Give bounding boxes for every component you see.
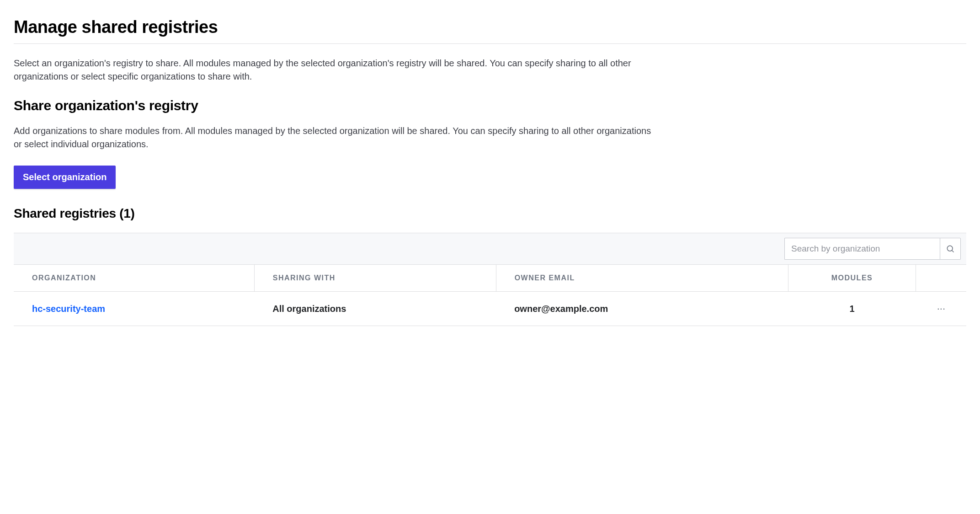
organization-link[interactable]: hc-security-team (32, 304, 105, 314)
select-organization-button[interactable]: Select organization (14, 166, 116, 189)
search-button[interactable] (940, 238, 961, 260)
page-title: Manage shared registries (14, 17, 966, 37)
table-row: hc-security-team All organizations owner… (14, 292, 966, 326)
shared-registries-table-wrap: ORGANIZATION SHARING WITH OWNER EMAIL MO… (14, 233, 966, 326)
page-intro: Select an organization's registry to sha… (14, 57, 654, 83)
row-actions-button[interactable]: ··· (934, 302, 948, 316)
modules-cell: 1 (788, 292, 916, 326)
search-icon (946, 244, 955, 253)
column-header-actions (916, 265, 966, 292)
share-section-title: Share organization's registry (14, 98, 966, 113)
shared-registries-title: Shared registries (1) (14, 206, 966, 221)
column-header-owner-email: OWNER EMAIL (496, 265, 788, 292)
search-input[interactable] (784, 238, 940, 260)
share-section-description: Add organizations to share modules from.… (14, 124, 654, 151)
column-header-sharing-with: SHARING WITH (254, 265, 496, 292)
title-divider (14, 43, 966, 44)
shared-registries-table: ORGANIZATION SHARING WITH OWNER EMAIL MO… (14, 265, 966, 326)
svg-point-0 (947, 246, 953, 251)
owner-email-cell: owner@example.com (496, 292, 788, 326)
column-header-modules: MODULES (788, 265, 916, 292)
sharing-with-cell: All organizations (254, 292, 496, 326)
svg-line-1 (952, 251, 954, 252)
column-header-organization: ORGANIZATION (14, 265, 254, 292)
search-bar (14, 233, 966, 265)
more-horizontal-icon: ··· (937, 303, 945, 314)
